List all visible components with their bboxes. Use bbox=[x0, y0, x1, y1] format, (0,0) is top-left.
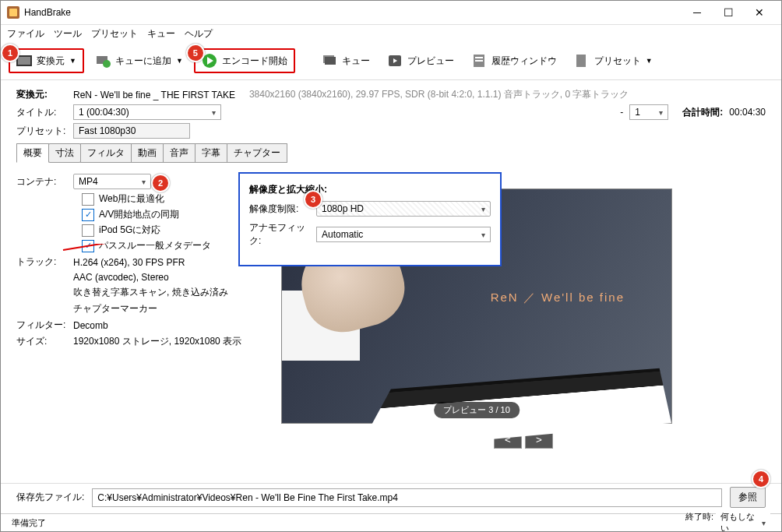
web-optimize-checkbox[interactable]: Web用に最適化 bbox=[82, 192, 258, 206]
svg-rect-13 bbox=[576, 55, 586, 67]
badge-5: 5 bbox=[186, 44, 205, 62]
size-label: サイズ: bbox=[16, 335, 67, 348]
source-row: 変換元: ReN - We'll be fine _ THE FIRST TAK… bbox=[16, 88, 766, 101]
anamorphic-label: アナモフィック: bbox=[249, 221, 310, 248]
tab-video[interactable]: 動画 bbox=[131, 143, 164, 163]
total-time: 00:04:30 bbox=[729, 107, 766, 118]
menu-queue[interactable]: キュー bbox=[147, 27, 175, 41]
tab-audio[interactable]: 音声 bbox=[163, 143, 196, 163]
popup-title: 解像度と拡大縮小: bbox=[249, 183, 491, 196]
source-button[interactable]: 変換元▼ bbox=[9, 48, 84, 73]
container-select[interactable]: MP4 bbox=[73, 174, 151, 189]
svg-point-5 bbox=[103, 60, 111, 68]
svg-rect-3 bbox=[18, 57, 30, 65]
chapter-end[interactable]: 1 bbox=[629, 104, 668, 120]
preset-value: Fast 1080p30 bbox=[73, 123, 190, 139]
status-text: 準備完了 bbox=[12, 517, 46, 529]
presets-button[interactable]: プリセット▼ bbox=[568, 50, 659, 72]
badge-3: 3 bbox=[304, 190, 322, 209]
preview-counter: プレビュー 3 / 10 bbox=[434, 402, 520, 418]
start-encode-button[interactable]: エンコード開始 bbox=[194, 48, 295, 73]
minimize-button[interactable]: ─ bbox=[682, 6, 713, 19]
badge-2: 2 bbox=[151, 174, 170, 192]
svg-rect-11 bbox=[475, 57, 483, 58]
svg-rect-8 bbox=[325, 57, 336, 65]
filter-label: フィルター: bbox=[16, 319, 67, 332]
destination-label: 保存先ファイル: bbox=[16, 491, 84, 504]
tab-chapters[interactable]: チャプター bbox=[227, 143, 287, 163]
badge-4: 4 bbox=[752, 470, 770, 488]
svg-rect-12 bbox=[475, 60, 483, 62]
tab-dimensions[interactable]: 寸法 bbox=[48, 143, 81, 163]
title-label: タイトル: bbox=[16, 106, 67, 119]
track-label: トラック: bbox=[16, 255, 67, 269]
total-label: 合計時間: bbox=[682, 106, 723, 119]
menu-file[interactable]: ファイル bbox=[7, 27, 44, 41]
source-label: 変換元: bbox=[16, 88, 67, 101]
destination-input[interactable]: C:¥Users¥Administrator¥Videos¥Ren - We'l… bbox=[92, 488, 722, 507]
resolution-select[interactable]: 1080p HD bbox=[316, 201, 491, 217]
preset-row: プリセット: Fast 1080p30 bbox=[16, 123, 766, 139]
window-title: HandBrake bbox=[24, 7, 682, 18]
menu-presets[interactable]: プリセット bbox=[91, 27, 138, 41]
titlebar: HandBrake ─ ☐ ✕ bbox=[1, 1, 781, 25]
svg-rect-1 bbox=[9, 9, 17, 16]
menu-tools[interactable]: ツール bbox=[54, 27, 82, 41]
tabs: 概要 寸法 フィルタ 動画 音声 字幕 チャプター bbox=[16, 143, 766, 163]
activity-button[interactable]: 履歴ウィンドウ bbox=[465, 50, 563, 72]
preview-overlay-text: ReN ／ We'll be fine bbox=[491, 291, 625, 305]
tab-subtitles[interactable]: 字幕 bbox=[195, 143, 227, 163]
preset-label: プリセット: bbox=[16, 125, 67, 138]
browse-button[interactable]: 参照 bbox=[730, 487, 766, 508]
menu-help[interactable]: ヘルプ bbox=[185, 27, 213, 41]
end-action-select[interactable]: 何もしない bbox=[716, 509, 770, 532]
title-select[interactable]: 1 (00:04:30) bbox=[73, 104, 221, 120]
queue-button[interactable]: キュー bbox=[315, 50, 376, 72]
source-meta: 3840x2160 (3840x2160), 29.97 FPS, SDR (8… bbox=[249, 88, 629, 101]
preview-icon bbox=[387, 53, 403, 69]
menubar: ファイル ツール プリセット キュー ヘルプ bbox=[1, 25, 781, 42]
resolution-label: 解像度制限: bbox=[249, 203, 310, 216]
ipod-checkbox[interactable]: iPod 5Gに対応 bbox=[82, 224, 258, 237]
app-icon bbox=[7, 6, 19, 19]
anamorphic-select[interactable]: Automatic bbox=[316, 227, 491, 242]
av-sync-checkbox[interactable]: ✓A/V開始地点の同期 bbox=[82, 208, 258, 221]
add-queue-icon bbox=[95, 53, 111, 69]
maximize-button[interactable]: ☐ bbox=[713, 6, 744, 19]
metadata-checkbox[interactable]: ✓パススルー一般メタデータ bbox=[82, 239, 258, 252]
toolbar: 変換元▼ 1 キューに追加▼ エンコード開始 5 キュー プレビュー 履歴ウィン… bbox=[1, 42, 781, 80]
queue-icon bbox=[322, 53, 337, 69]
destination-row: 保存先ファイル: C:¥Users¥Administrator¥Videos¥R… bbox=[1, 483, 781, 511]
container-label: コンテナ: bbox=[16, 175, 67, 188]
add-queue-button[interactable]: キューに追加▼ bbox=[89, 50, 189, 72]
source-file: ReN - We'll be fine _ THE FIRST TAKE bbox=[73, 90, 235, 100]
title-row: タイトル: 1 (00:04:30) - 1 合計時間: 00:04:30 bbox=[16, 104, 766, 120]
close-button[interactable]: ✕ bbox=[744, 6, 775, 19]
statusbar: 準備完了 終了時: 何もしない bbox=[1, 513, 781, 531]
activity-icon bbox=[471, 53, 487, 69]
presets-icon bbox=[574, 53, 590, 69]
tab-filters[interactable]: フィルタ bbox=[80, 143, 132, 163]
dimensions-popup: 解像度と拡大縮小: 解像度制限: 1080p HD 3 アナモフィック: Aut… bbox=[238, 172, 502, 266]
badge-1: 1 bbox=[1, 44, 19, 62]
preview-button[interactable]: プレビュー bbox=[381, 50, 460, 72]
tab-summary[interactable]: 概要 bbox=[16, 143, 49, 163]
